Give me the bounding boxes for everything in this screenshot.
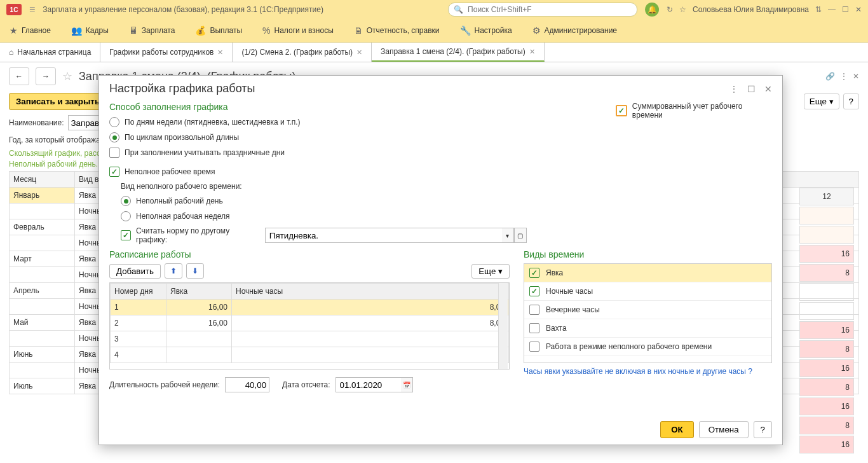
dialog-max-icon[interactable]: ☐ <box>747 84 756 94</box>
search-input[interactable] <box>466 4 632 15</box>
help-button[interactable]: ? <box>843 93 859 109</box>
cancel-button[interactable]: Отмена <box>699 421 749 438</box>
dialog-kebab-icon[interactable]: ⋮ <box>729 84 738 94</box>
gear-icon: ⚙ <box>532 25 541 36</box>
calc-icon: 🖩 <box>129 25 138 36</box>
list-item[interactable]: Вечерние часы <box>524 301 771 319</box>
menu-admin[interactable]: ⚙Администрирование <box>532 25 617 36</box>
duration-label: Длительность рабочей недели: <box>109 380 220 389</box>
more-button[interactable]: Еще ▾ <box>804 93 839 109</box>
close-icon[interactable]: ✕ <box>855 5 862 14</box>
save-button[interactable]: Записать и закрыть <box>9 93 107 110</box>
dialog-help-button[interactable]: ? <box>754 421 772 438</box>
combo-dropdown-icon[interactable]: ▾ <box>502 228 514 243</box>
grid-scrollbar[interactable] <box>498 283 508 369</box>
tab-close-icon[interactable]: ✕ <box>356 48 362 57</box>
list-checkbox[interactable] <box>529 342 539 352</box>
parttime-label: Вид неполного рабочего времени: <box>121 182 527 191</box>
list-checkbox[interactable] <box>529 286 539 296</box>
star-icon[interactable]: ☆ <box>679 5 686 14</box>
dialog-title: Настройка графика работы <box>109 82 255 95</box>
search-icon: 🔍 <box>454 5 463 14</box>
calendar-icon[interactable]: 📅 <box>401 377 413 392</box>
list-item[interactable]: Ночные часы <box>524 282 771 301</box>
menu-vyplaty[interactable]: 💰Выплаты <box>195 25 242 36</box>
radio-partweek[interactable] <box>121 211 131 221</box>
bell-icon[interactable]: 🔔 <box>645 3 659 17</box>
percent-icon: % <box>262 25 270 36</box>
hint-help-icon[interactable]: ? <box>748 367 752 376</box>
date-label: Дата отсчета: <box>282 380 330 389</box>
list-item[interactable]: Работа в режиме неполного рабочего време… <box>524 338 771 356</box>
combo-open-icon[interactable]: ▢ <box>514 228 527 243</box>
section-time-types: Виды времени <box>524 249 772 259</box>
menu-kadry[interactable]: 👥Кадры <box>71 25 109 36</box>
forward-button[interactable]: → <box>36 67 56 85</box>
app-logo: 1C <box>6 4 22 15</box>
section-schedule: Расписание работы <box>109 249 510 259</box>
search-box[interactable]: 🔍 <box>448 3 637 17</box>
date-input[interactable] <box>336 377 401 392</box>
section-fill-method: Способ заполнения графика <box>109 102 527 112</box>
back-button[interactable]: ← <box>9 67 29 85</box>
move-up-icon[interactable]: ⬆ <box>165 263 182 279</box>
menu-nastroika[interactable]: 🔧Настройка <box>460 25 512 36</box>
wrench-icon: 🔧 <box>460 25 471 36</box>
home-icon: ⌂ <box>9 48 13 57</box>
user-name[interactable]: Соловьева Юлия Владимировна <box>693 5 809 14</box>
tab-close-icon[interactable]: ✕ <box>529 48 535 56</box>
list-checkbox[interactable] <box>529 268 539 278</box>
duration-input[interactable] <box>225 377 269 392</box>
checkbox-holidays[interactable] <box>109 148 119 158</box>
app-title: Зарплата и управление персоналом (базова… <box>43 5 323 14</box>
tab-grafiki[interactable]: Графики работы сотрудников✕ <box>100 43 233 62</box>
list-checkbox[interactable] <box>529 323 539 333</box>
filter-icon[interactable]: ⇅ <box>815 5 822 14</box>
list-checkbox[interactable] <box>529 305 539 315</box>
list-item[interactable]: Вахта <box>524 319 771 338</box>
tab-zapravka[interactable]: Заправка 1 смена (2/4). (График работы)✕ <box>372 43 545 62</box>
minimize-icon[interactable]: — <box>828 5 836 14</box>
add-button[interactable]: Добавить <box>109 264 161 279</box>
tab-close-icon[interactable]: ✕ <box>217 48 223 57</box>
hint-link[interactable]: Часы явки указывайте не включая в них но… <box>524 367 746 376</box>
link-icon[interactable]: 🔗 <box>825 72 835 81</box>
checkbox-summated[interactable] <box>616 105 627 116</box>
move-down-icon[interactable]: ⬇ <box>186 263 204 279</box>
kebab-icon[interactable]: ⋮ <box>840 72 848 81</box>
menu-main[interactable]: ★Главное <box>10 25 51 36</box>
hamburger-icon[interactable]: ≡ <box>29 4 35 15</box>
more-button-2[interactable]: Еще ▾ <box>471 264 510 279</box>
report-icon: 🗎 <box>354 25 363 36</box>
checkbox-norm[interactable] <box>121 230 131 240</box>
time-types-list[interactable]: ЯвкаНочные часыВечерние часыВахтаРабота … <box>524 263 772 363</box>
menu-zarplata[interactable]: 🖩Зарплата <box>129 25 175 36</box>
checkbox-parttime[interactable] <box>109 167 119 177</box>
name-label: Наименование: <box>9 118 64 127</box>
settings-dialog: Настройка графика работы ⋮ ☐ ✕ Способ за… <box>98 75 783 445</box>
tab-home[interactable]: ⌂Начальная страница <box>0 43 100 62</box>
tab-smena2[interactable]: (1/2) Смена 2. (График работы)✕ <box>233 43 372 62</box>
people-icon: 👥 <box>71 25 82 36</box>
star-menu-icon: ★ <box>10 25 18 36</box>
list-item[interactable]: Явка <box>524 264 771 282</box>
radio-partday[interactable] <box>121 196 131 206</box>
radio-by-weekdays[interactable] <box>109 117 119 127</box>
money-icon: 💰 <box>195 25 206 36</box>
menu-nalogi[interactable]: %Налоги и взносы <box>262 25 334 36</box>
dialog-close-icon[interactable]: ✕ <box>764 84 772 94</box>
maximize-icon[interactable]: ☐ <box>842 5 849 14</box>
norm-combo[interactable] <box>265 228 502 243</box>
menu-otchet[interactable]: 🗎Отчетность, справки <box>354 25 440 36</box>
schedule-grid[interactable]: Номер дняЯвкаНочные часы 116,008,00216,0… <box>110 283 509 363</box>
radio-by-cycles[interactable] <box>109 132 119 142</box>
ok-button[interactable]: ОК <box>660 421 694 438</box>
history-icon[interactable]: ↻ <box>667 5 673 14</box>
page-close-icon[interactable]: ✕ <box>853 72 859 81</box>
fav-star-icon[interactable]: ☆ <box>62 69 72 83</box>
background-right-col: 12 16816816816816 <box>798 186 855 455</box>
